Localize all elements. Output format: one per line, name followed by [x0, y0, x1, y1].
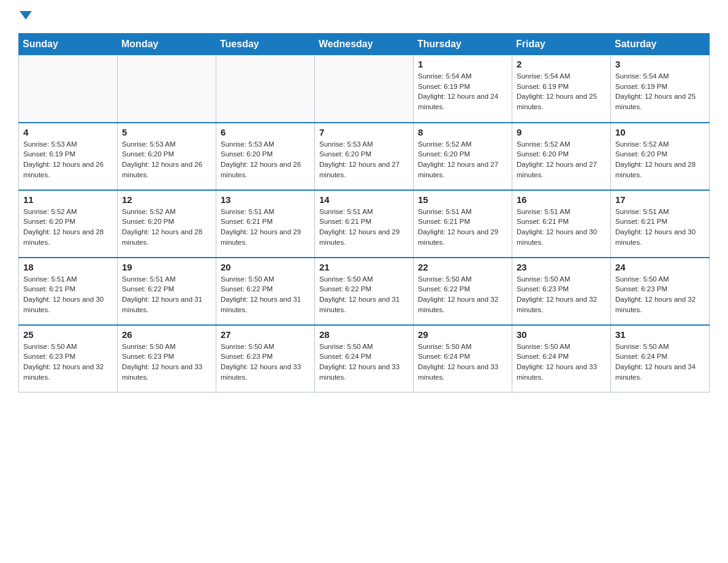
weekday-header-sunday: Sunday [19, 34, 118, 55]
calendar-cell: 31Sunrise: 5:50 AMSunset: 6:24 PMDayligh… [611, 325, 710, 393]
day-info: Sunrise: 5:50 AMSunset: 6:23 PMDaylight:… [221, 342, 310, 383]
day-number: 30 [517, 329, 606, 340]
day-info: Sunrise: 5:51 AMSunset: 6:21 PMDaylight:… [221, 207, 310, 248]
day-info: Sunrise: 5:53 AMSunset: 6:20 PMDaylight:… [319, 139, 409, 180]
day-info: Sunrise: 5:51 AMSunset: 6:21 PMDaylight:… [319, 207, 409, 248]
weekday-header-tuesday: Tuesday [216, 34, 315, 55]
calendar-cell: 6Sunrise: 5:53 AMSunset: 6:20 PMDaylight… [216, 123, 315, 190]
day-number: 19 [122, 262, 211, 272]
calendar-cell: 4Sunrise: 5:53 AMSunset: 6:19 PMDaylight… [19, 123, 118, 190]
calendar-cell [315, 55, 414, 123]
day-info: Sunrise: 5:51 AMSunset: 6:21 PMDaylight:… [23, 274, 113, 315]
day-number: 5 [122, 127, 211, 137]
calendar-cell: 25Sunrise: 5:50 AMSunset: 6:23 PMDayligh… [19, 325, 118, 393]
calendar-cell: 15Sunrise: 5:51 AMSunset: 6:21 PMDayligh… [414, 190, 512, 258]
day-info: Sunrise: 5:50 AMSunset: 6:23 PMDaylight:… [122, 342, 211, 383]
day-number: 13 [221, 194, 310, 205]
calendar-cell: 29Sunrise: 5:50 AMSunset: 6:24 PMDayligh… [414, 325, 512, 393]
calendar-cell: 14Sunrise: 5:51 AMSunset: 6:21 PMDayligh… [315, 190, 414, 258]
calendar-week-row: 25Sunrise: 5:50 AMSunset: 6:23 PMDayligh… [19, 325, 710, 393]
day-number: 11 [23, 194, 113, 205]
day-info: Sunrise: 5:50 AMSunset: 6:23 PMDaylight:… [23, 342, 113, 383]
calendar-cell [19, 55, 118, 123]
day-number: 23 [517, 262, 606, 272]
weekday-header-row: SundayMondayTuesdayWednesdayThursdayFrid… [19, 34, 710, 55]
calendar-cell: 20Sunrise: 5:50 AMSunset: 6:22 PMDayligh… [216, 258, 315, 325]
calendar-week-row: 11Sunrise: 5:52 AMSunset: 6:20 PMDayligh… [19, 190, 710, 258]
day-info: Sunrise: 5:51 AMSunset: 6:21 PMDaylight:… [418, 207, 507, 248]
day-info: Sunrise: 5:50 AMSunset: 6:24 PMDaylight:… [517, 342, 606, 383]
calendar-cell: 19Sunrise: 5:51 AMSunset: 6:22 PMDayligh… [118, 258, 216, 325]
day-number: 26 [122, 329, 211, 340]
calendar-cell: 1Sunrise: 5:54 AMSunset: 6:19 PMDaylight… [414, 55, 512, 123]
calendar-cell: 11Sunrise: 5:52 AMSunset: 6:20 PMDayligh… [19, 190, 118, 258]
day-number: 6 [221, 127, 310, 137]
day-info: Sunrise: 5:52 AMSunset: 6:20 PMDaylight:… [517, 139, 606, 180]
day-number: 21 [319, 262, 409, 272]
calendar-cell [216, 55, 315, 123]
calendar-cell: 17Sunrise: 5:51 AMSunset: 6:21 PMDayligh… [611, 190, 710, 258]
day-number: 4 [23, 127, 113, 137]
day-info: Sunrise: 5:52 AMSunset: 6:20 PMDaylight:… [418, 139, 507, 180]
calendar-cell: 8Sunrise: 5:52 AMSunset: 6:20 PMDaylight… [414, 123, 512, 190]
day-number: 31 [615, 329, 705, 340]
calendar-cell: 3Sunrise: 5:54 AMSunset: 6:19 PMDaylight… [611, 55, 710, 123]
calendar-table: SundayMondayTuesdayWednesdayThursdayFrid… [18, 33, 710, 393]
calendar-cell: 10Sunrise: 5:52 AMSunset: 6:20 PMDayligh… [611, 123, 710, 190]
calendar-cell [118, 55, 216, 123]
day-number: 22 [418, 262, 507, 272]
day-info: Sunrise: 5:50 AMSunset: 6:23 PMDaylight:… [615, 274, 705, 315]
day-info: Sunrise: 5:50 AMSunset: 6:24 PMDaylight:… [418, 342, 507, 383]
weekday-header-wednesday: Wednesday [315, 34, 414, 55]
weekday-header-saturday: Saturday [611, 34, 710, 55]
day-number: 14 [319, 194, 409, 205]
day-info: Sunrise: 5:54 AMSunset: 6:19 PMDaylight:… [418, 71, 507, 112]
day-info: Sunrise: 5:53 AMSunset: 6:20 PMDaylight:… [221, 139, 310, 180]
day-number: 25 [23, 329, 113, 340]
calendar-cell: 13Sunrise: 5:51 AMSunset: 6:21 PMDayligh… [216, 190, 315, 258]
day-info: Sunrise: 5:51 AMSunset: 6:21 PMDaylight:… [615, 207, 705, 248]
day-number: 7 [319, 127, 409, 137]
day-info: Sunrise: 5:53 AMSunset: 6:20 PMDaylight:… [122, 139, 211, 180]
calendar-cell: 21Sunrise: 5:50 AMSunset: 6:22 PMDayligh… [315, 258, 414, 325]
calendar-cell: 18Sunrise: 5:51 AMSunset: 6:21 PMDayligh… [19, 258, 118, 325]
day-info: Sunrise: 5:50 AMSunset: 6:22 PMDaylight:… [418, 274, 507, 315]
day-info: Sunrise: 5:54 AMSunset: 6:19 PMDaylight:… [615, 71, 705, 112]
day-info: Sunrise: 5:50 AMSunset: 6:24 PMDaylight:… [319, 342, 409, 383]
day-number: 18 [23, 262, 113, 272]
calendar-cell: 24Sunrise: 5:50 AMSunset: 6:23 PMDayligh… [611, 258, 710, 325]
day-number: 24 [615, 262, 705, 272]
logo [18, 12, 32, 22]
day-info: Sunrise: 5:50 AMSunset: 6:24 PMDaylight:… [615, 342, 705, 383]
day-number: 28 [319, 329, 409, 340]
day-number: 3 [615, 59, 705, 69]
calendar-cell: 7Sunrise: 5:53 AMSunset: 6:20 PMDaylight… [315, 123, 414, 190]
calendar-cell: 2Sunrise: 5:54 AMSunset: 6:19 PMDaylight… [512, 55, 611, 123]
day-number: 2 [517, 59, 606, 69]
calendar-week-row: 18Sunrise: 5:51 AMSunset: 6:21 PMDayligh… [19, 258, 710, 325]
calendar-week-row: 4Sunrise: 5:53 AMSunset: 6:19 PMDaylight… [19, 123, 710, 190]
day-number: 29 [418, 329, 507, 340]
day-info: Sunrise: 5:51 AMSunset: 6:22 PMDaylight:… [122, 274, 211, 315]
calendar-cell: 30Sunrise: 5:50 AMSunset: 6:24 PMDayligh… [512, 325, 611, 393]
logo-triangle-icon [20, 11, 32, 20]
day-number: 27 [221, 329, 310, 340]
day-info: Sunrise: 5:52 AMSunset: 6:20 PMDaylight:… [615, 139, 705, 180]
day-number: 17 [615, 194, 705, 205]
day-info: Sunrise: 5:53 AMSunset: 6:19 PMDaylight:… [23, 139, 113, 180]
day-number: 15 [418, 194, 507, 205]
day-info: Sunrise: 5:50 AMSunset: 6:22 PMDaylight:… [319, 274, 409, 315]
weekday-header-thursday: Thursday [414, 34, 512, 55]
day-number: 8 [418, 127, 507, 137]
day-info: Sunrise: 5:52 AMSunset: 6:20 PMDaylight:… [23, 207, 113, 248]
day-info: Sunrise: 5:52 AMSunset: 6:20 PMDaylight:… [122, 207, 211, 248]
day-number: 10 [615, 127, 705, 137]
day-number: 1 [418, 59, 507, 69]
day-info: Sunrise: 5:51 AMSunset: 6:21 PMDaylight:… [517, 207, 606, 248]
calendar-week-row: 1Sunrise: 5:54 AMSunset: 6:19 PMDaylight… [19, 55, 710, 123]
day-number: 9 [517, 127, 606, 137]
day-number: 20 [221, 262, 310, 272]
day-info: Sunrise: 5:54 AMSunset: 6:19 PMDaylight:… [517, 71, 606, 112]
day-number: 16 [517, 194, 606, 205]
day-info: Sunrise: 5:50 AMSunset: 6:22 PMDaylight:… [221, 274, 310, 315]
